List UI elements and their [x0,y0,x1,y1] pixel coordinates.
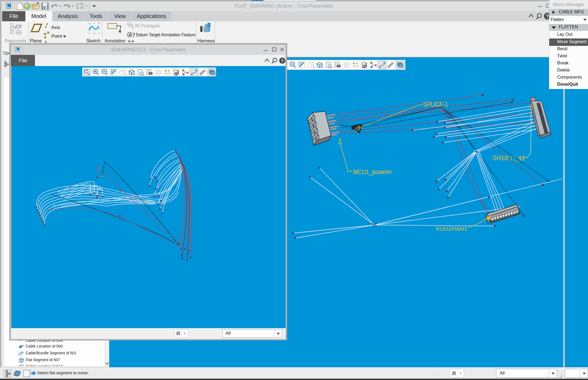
svg-text:Sketch: Sketch [86,38,100,43]
svg-text:?: ? [281,58,284,64]
svg-text:Harness: Harness [197,38,215,43]
svg-text:AE Propagate: AE Propagate [135,23,160,28]
svg-text:SPLICE-1: SPLICE-1 [423,100,448,108]
svg-text:MCU1_powerin: MCU1_powerin [353,168,391,176]
svg-text:Annotation: Annotation [105,38,125,43]
svg-text:Point: Point [51,34,62,39]
svg-text:J1: J1 [210,71,213,74]
svg-text:?: ? [546,14,549,19]
svg-text:Axis: Axis [51,25,60,30]
svg-text:Regenerate: Regenerate [5,38,26,43]
svg-text:SH10□□_12: SH10□□_12 [492,155,525,162]
svg-text:i: i [209,23,209,26]
svg-text:Plane: Plane [30,38,41,43]
svg-text:KUOZHAN1: KUOZHAN1 [436,225,467,232]
svg-text:Datum Target Annotation Featur: Datum Target Annotation Feature [136,32,195,37]
